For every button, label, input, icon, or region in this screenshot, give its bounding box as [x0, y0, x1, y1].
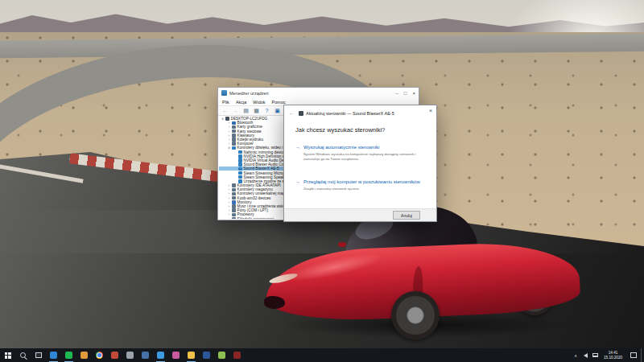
device-manager-app-icon: [221, 90, 227, 96]
car-mirror: [338, 242, 346, 247]
usb-icon: [232, 192, 236, 196]
taskbar-app-green-doc[interactable]: [214, 348, 229, 362]
speaker-icon: [238, 175, 242, 179]
menu-plik[interactable]: Plik: [222, 100, 229, 105]
taskbar-app-folder[interactable]: [184, 348, 199, 362]
taskbar-app-steel-blue-icon: [142, 352, 149, 359]
dialog-close-icon[interactable]: ×: [429, 108, 432, 114]
taskbar-app-green-circle[interactable]: [61, 348, 76, 362]
option-arrow-icon: →: [295, 179, 300, 185]
expander-icon[interactable]: ∨: [227, 146, 231, 150]
printer-icon: [232, 138, 236, 142]
menu-akcja[interactable]: Akcja: [236, 100, 246, 105]
taskbar-app-magenta[interactable]: [168, 348, 184, 362]
storage-icon: [232, 183, 236, 187]
hidden-icons-chevron-icon[interactable]: ∧: [571, 353, 580, 358]
speaker-icon: [238, 171, 242, 175]
taskbar-app-dark-blue-icon: [203, 352, 210, 359]
option-label: Przeglądaj mój komputer w poszukiwaniu s…: [303, 179, 420, 185]
monitor-icon: [232, 200, 236, 204]
task-view-button[interactable]: [31, 348, 46, 362]
network-adapter-icon: [232, 130, 236, 134]
computer-icon: [225, 117, 229, 121]
device-manager-titlebar[interactable]: Menedżer urządzeń – □ ×: [218, 88, 419, 98]
option-description: Znajdź i zainstaluj sterownik ręcznie.: [303, 187, 428, 191]
search-button[interactable]: [15, 348, 31, 362]
minimize-button[interactable]: –: [396, 91, 398, 96]
option-arrow-icon: →: [295, 145, 300, 150]
menu-widok[interactable]: Widok: [253, 100, 265, 105]
option-label: Wyszukaj automatycznie sterowniki: [303, 145, 379, 150]
window-title: Menedżer urządzeń: [229, 91, 396, 96]
taskbar-app-red[interactable]: [107, 348, 122, 362]
clock-date: 15.10.2020: [604, 356, 622, 360]
search-automatically-option[interactable]: → Wyszukaj automatycznie sterowniki Syst…: [295, 145, 428, 162]
keyboard-icon: [232, 134, 236, 138]
system-tray: ∧ 14:41 15.10.2020: [571, 348, 644, 362]
taskbar-app-steel-blue[interactable]: [138, 348, 153, 362]
dialog-footer: Anuluj: [284, 208, 436, 221]
show-console-tree-icon[interactable]: ▤: [242, 107, 250, 114]
volume-icon[interactable]: [580, 348, 590, 362]
taskbar-app-chrome-icon: [96, 352, 103, 359]
taskbar-app-amber[interactable]: [76, 348, 92, 362]
search-icon: [20, 352, 26, 358]
computer-icon: [232, 142, 236, 146]
expander-icon[interactable]: ∨: [221, 117, 225, 121]
driver-icon: [299, 111, 303, 116]
speaker-icon: [232, 146, 236, 150]
taskbar-app-magenta-icon: [172, 352, 180, 359]
scan-hardware-changes-icon[interactable]: ▣: [274, 107, 281, 114]
speaker-icon: [238, 154, 242, 158]
usb-icon: [232, 196, 236, 200]
back-icon[interactable]: ←: [221, 107, 229, 114]
task-view-icon: [35, 352, 42, 358]
taskbar-app-light-blue-icon: [157, 352, 164, 359]
tree-item-label: Składniki programowe: [237, 217, 275, 219]
speaker-icon: [238, 167, 242, 171]
taskbar-app-green-circle-icon: [65, 352, 72, 359]
taskbar-app-dark-blue[interactable]: [199, 348, 214, 362]
update-driver-dialog: ← Aktualizuj sterowniki — Sound BlasterX…: [283, 105, 437, 222]
taskbar-app-amber-icon: [80, 352, 88, 359]
taskbar-app-gray-window-icon: [126, 352, 134, 359]
browse-computer-option[interactable]: → Przeglądaj mój komputer w poszukiwaniu…: [295, 179, 428, 191]
taskbar: ∧ 14:41 15.10.2020: [0, 348, 644, 362]
menu-pomoc[interactable]: Pomoc: [272, 100, 286, 105]
storage-icon: [232, 188, 236, 192]
taskbar-app-light-blue[interactable]: [153, 348, 168, 362]
taskbar-app-folder-icon: [188, 352, 195, 359]
properties-icon[interactable]: ▦: [253, 107, 260, 114]
speaker-icon: [238, 162, 242, 167]
taskbar-app-red-icon: [111, 352, 118, 359]
dialog-header: ← Aktualizuj sterowniki — Sound BlasterX…: [284, 105, 436, 116]
close-button[interactable]: ×: [412, 91, 415, 96]
start-button[interactable]: [0, 348, 15, 362]
show-desktop-button[interactable]: [641, 348, 644, 362]
cpu-icon: [232, 213, 236, 217]
action-center-icon[interactable]: [630, 352, 637, 358]
dialog-title: Aktualizuj sterowniki — Sound BlasterX A…: [306, 111, 425, 116]
cancel-button[interactable]: Anuluj: [393, 211, 420, 220]
taskbar-app-gray-window[interactable]: [122, 348, 138, 362]
option-description: System Windows wyszuka na komputerze naj…: [303, 152, 428, 162]
port-icon: [232, 208, 236, 212]
taskbar-app-chrome[interactable]: [92, 348, 107, 362]
taskbar-apps: [46, 348, 245, 362]
taskbar-app-dark-red-icon: [233, 352, 241, 359]
network-icon[interactable]: [590, 348, 600, 362]
back-arrow-icon[interactable]: ←: [289, 110, 295, 116]
dialog-heading: Jak chcesz wyszukać sterowniki?: [295, 126, 436, 134]
car-grille: [264, 296, 285, 309]
taskbar-clock[interactable]: 14:41 15.10.2020: [600, 351, 626, 360]
help-icon[interactable]: ?: [263, 107, 270, 114]
red-roadster-car: [266, 203, 580, 339]
bluetooth-icon: [232, 121, 236, 125]
maximize-button[interactable]: □: [404, 91, 407, 96]
taskbar-app-green-doc-icon: [218, 352, 225, 359]
expander-icon[interactable]: ›: [227, 217, 231, 219]
forward-icon[interactable]: →: [232, 107, 239, 114]
taskbar-app-dark-red[interactable]: [229, 348, 245, 362]
taskbar-app-blue[interactable]: [46, 348, 61, 362]
software-icon: [232, 217, 236, 219]
